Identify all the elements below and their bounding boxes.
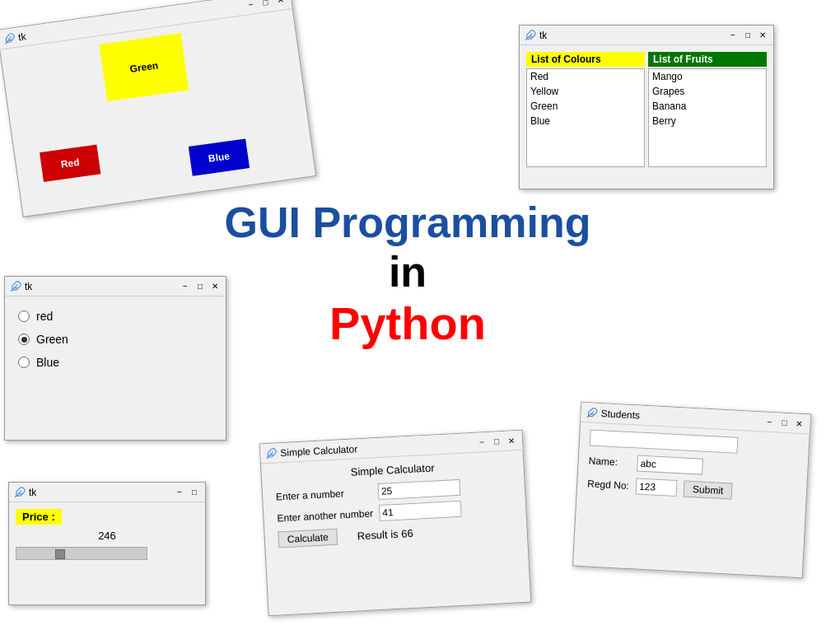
list-item[interactable]: Red — [527, 69, 644, 84]
list-item[interactable]: Yellow — [527, 84, 644, 99]
calc-label-1: Enter a number — [276, 486, 376, 502]
list-window: tk − □ ✕ List of Colours Red Yellow Gree… — [519, 25, 774, 189]
win-price-title: tk — [29, 487, 174, 498]
radio-item-blue[interactable]: Blue — [18, 356, 212, 369]
close-btn-list[interactable]: ✕ — [757, 30, 768, 41]
center-text-block: GUI Programming in Python — [222, 198, 593, 350]
python-text: Python — [222, 296, 593, 350]
fruits-column: List of Fruits Mango Grapes Banana Berry — [648, 52, 767, 167]
list-item[interactable]: Berry — [649, 114, 766, 128]
name-label: Name: — [588, 455, 634, 469]
feather-icon-calc — [265, 447, 278, 460]
win-radio-title: tk — [25, 281, 180, 292]
name-input[interactable] — [637, 455, 703, 474]
colours-listbox[interactable]: Red Yellow Green Blue — [526, 68, 645, 167]
buttons-window: tk − □ ✕ Green Red Blue — [0, 0, 316, 217]
list-item[interactable]: Grapes — [649, 84, 766, 99]
students-window: Students − □ ✕ Name: Regd No: Submit — [572, 402, 811, 578]
titlebar-controls-list: − □ ✕ — [727, 30, 768, 41]
submit-button[interactable]: Submit — [684, 480, 733, 499]
radio-circle-blue[interactable] — [18, 357, 30, 368]
list-item[interactable]: Mango — [649, 69, 766, 84]
slider-thumb[interactable] — [55, 549, 65, 559]
radio-label-green: Green — [36, 333, 68, 346]
feather-icon-radio — [10, 281, 21, 292]
titlebar-price: tk − □ — [9, 483, 205, 502]
titlebar-controls-calc: − □ ✕ — [476, 435, 518, 449]
colours-header: List of Colours — [526, 52, 645, 67]
students-content: Name: Regd No: Submit — [576, 422, 810, 516]
student-top-input — [590, 429, 739, 453]
red-button[interactable]: Red — [40, 145, 100, 182]
maximize-btn-radio[interactable]: □ — [194, 281, 206, 292]
regno-label: Regd No: — [587, 478, 633, 492]
calc-result: Result is 66 — [357, 526, 413, 542]
blue-button[interactable]: Blue — [189, 138, 250, 175]
calc-content: Simple Calculator Enter a number Enter a… — [261, 450, 528, 560]
radio-circle-green[interactable] — [18, 334, 30, 345]
price-content: Price : 246 — [9, 502, 205, 567]
close-btn[interactable]: ✕ — [273, 0, 287, 7]
feather-icon-students — [586, 407, 598, 419]
name-row: Name: — [588, 452, 798, 479]
radio-item-red[interactable]: red — [18, 310, 212, 323]
feather-icon-list — [525, 30, 536, 41]
minimize-btn-students[interactable]: − — [763, 416, 776, 428]
minimize-btn-price[interactable]: − — [174, 487, 185, 498]
radio-label-red: red — [36, 310, 53, 323]
calc-label-2: Enter another number — [277, 507, 376, 524]
gui-programming-text: GUI Programming — [222, 198, 593, 247]
minimize-btn-radio[interactable]: − — [180, 281, 191, 292]
maximize-btn-list[interactable]: □ — [742, 30, 754, 41]
calc-input-1[interactable] — [377, 479, 460, 500]
feather-icon-price — [14, 487, 26, 498]
fruits-listbox[interactable]: Mango Grapes Banana Berry — [648, 68, 767, 167]
close-btn-radio[interactable]: ✕ — [209, 281, 221, 292]
fruits-header: List of Fruits — [648, 52, 767, 67]
regno-input[interactable] — [636, 478, 678, 497]
maximize-btn[interactable]: □ — [259, 0, 272, 9]
in-text: in — [222, 247, 593, 296]
close-btn-students[interactable]: ✕ — [793, 418, 805, 430]
calculator-window: Simple Calculator − □ ✕ Simple Calculato… — [259, 430, 532, 616]
price-slider[interactable] — [16, 547, 147, 560]
maximize-btn-price[interactable]: □ — [189, 487, 200, 498]
radio-window: tk − □ ✕ red Green Blue — [4, 276, 226, 441]
minimize-btn-calc[interactable]: − — [476, 436, 488, 449]
svg-line-1 — [8, 40, 12, 40]
calc-input-2[interactable] — [379, 501, 462, 521]
colours-column: List of Colours Red Yellow Green Blue — [526, 52, 645, 167]
list-content: List of Colours Red Yellow Green Blue Li… — [520, 45, 773, 174]
titlebar-list: tk − □ ✕ — [520, 26, 773, 45]
radio-item-green[interactable]: Green — [18, 333, 212, 346]
maximize-btn-calc[interactable]: □ — [491, 436, 503, 448]
price-label: Price : — [16, 509, 62, 525]
radio-label-blue: Blue — [36, 356, 59, 369]
titlebar-controls-students: − □ ✕ — [763, 416, 805, 430]
titlebar-controls-price: − □ — [174, 487, 200, 498]
close-btn-calc[interactable]: ✕ — [506, 435, 518, 447]
win-list-title: tk — [539, 30, 727, 41]
radio-group: red Green Blue — [5, 296, 226, 382]
titlebar-radio: tk − □ ✕ — [5, 277, 226, 296]
titlebar-controls: − □ ✕ — [245, 0, 287, 11]
list-item[interactable]: Banana — [649, 99, 766, 114]
calculate-button[interactable]: Calculate — [278, 529, 338, 548]
green-button[interactable]: Green — [99, 33, 189, 101]
regno-row: Regd No: Submit — [587, 475, 797, 502]
maximize-btn-students[interactable]: □ — [778, 417, 791, 429]
list-item[interactable]: Blue — [527, 114, 644, 128]
price-window: tk − □ Price : 246 — [8, 482, 206, 605]
titlebar-controls-radio: − □ ✕ — [180, 281, 221, 292]
list-columns: List of Colours Red Yellow Green Blue Li… — [526, 52, 767, 167]
minimize-btn-list[interactable]: − — [727, 30, 739, 41]
feather-icon — [2, 32, 16, 45]
radio-circle-red[interactable] — [18, 310, 30, 322]
list-item[interactable]: Green — [527, 99, 644, 114]
price-value: 246 — [16, 530, 198, 542]
minimize-btn[interactable]: − — [245, 0, 258, 11]
